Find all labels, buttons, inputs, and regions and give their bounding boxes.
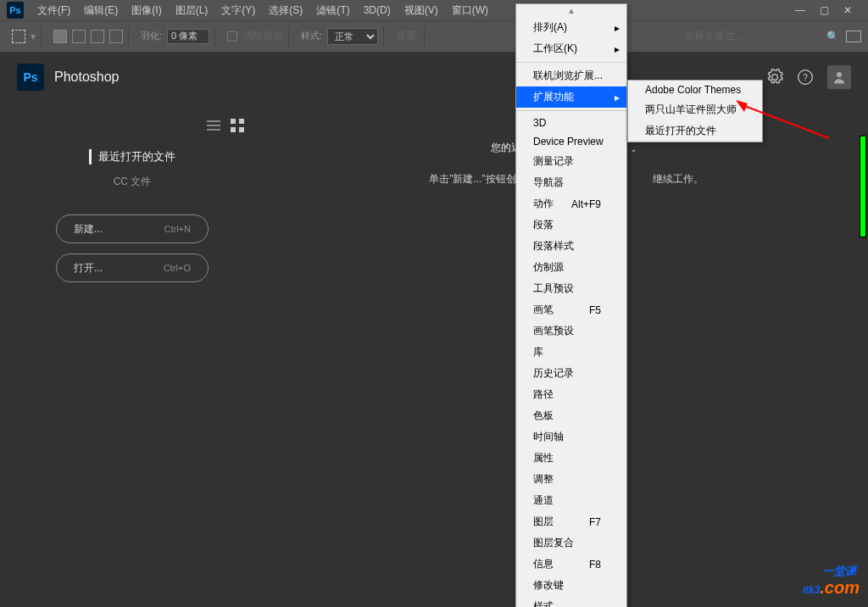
window-menu-dropdown: ▲ 排列(A) 工作区(K) 联机浏览扩展... 扩展功能 3D Device … [515,3,627,607]
open-button[interactable]: 打开... Ctrl+O [56,253,209,282]
ext-goat-id[interactable]: 两只山羊证件照大师 [628,99,762,120]
menu-window[interactable]: 窗口(W) [445,0,495,21]
account-icon[interactable] [827,65,851,89]
menu-view[interactable]: 视图(V) [398,0,445,21]
open-shortcut: Ctrl+O [164,263,191,273]
subtract-selection-icon[interactable] [91,30,104,43]
app-title: Photoshop [54,70,120,85]
width-label: 宽度: [396,29,419,43]
menu-tool-presets[interactable]: 工具预设 [516,278,626,299]
menu-timeline[interactable]: 时间轴 [516,426,626,448]
menu-layer[interactable]: 图层(L) [169,0,215,21]
antialias-label: 消除锯齿 [242,29,283,43]
menu-brush[interactable]: 画笔F5 [516,299,626,320]
menu-edit[interactable]: 编辑(E) [77,0,125,21]
add-selection-icon[interactable] [72,30,86,43]
recent-files-label[interactable]: 最近打开的文件 [89,149,175,164]
list-view-icon[interactable] [207,119,220,132]
extensions-submenu: Adobe Color Themes 两只山羊证件照大师 最近打开的文件 [627,80,763,142]
menu-arrange[interactable]: 排列(A) [516,17,626,38]
new-button-label: 新建... [74,222,103,237]
ps-logo-icon: Ps [7,2,24,19]
ext-adobe-color[interactable]: Adobe Color Themes [628,81,762,99]
menu-swatches[interactable]: 色板 [516,405,626,426]
search-icon[interactable]: 🔍 [826,31,839,42]
menu-layer-comps[interactable]: 图层复合 [516,532,626,554]
menu-browse-ext[interactable]: 联机浏览扩展... [516,65,626,86]
selection-mode-group [48,26,129,47]
svg-rect-4 [207,125,220,126]
feather-input[interactable] [167,29,209,44]
menu-paragraph[interactable]: 段落 [516,214,626,236]
menu-file[interactable]: 文件(F) [31,0,77,21]
menu-navigator[interactable]: 导航器 [516,172,626,193]
style-select[interactable]: 正常 [327,28,378,45]
select-mask-label: 选择并遮住... [684,29,743,43]
menu-channels[interactable]: 通道 [516,490,626,511]
menu-type[interactable]: 文字(Y) [214,0,262,21]
menu-libraries[interactable]: 库 [516,342,626,363]
menu-styles[interactable]: 样式 [516,596,626,607]
svg-rect-3 [207,120,220,122]
menu-modifier[interactable]: 修改键 [516,575,626,596]
workspace-icon[interactable] [846,31,861,42]
new-button[interactable]: 新建... Ctrl+N [56,214,209,243]
style-label: 样式: [301,30,322,42]
menu-clone[interactable]: 仿制源 [516,257,626,278]
audio-meter [860,136,866,237]
menu-layers[interactable]: 图层F7 [516,511,626,532]
watermark: itk3.com 一堂课 [803,569,860,600]
antialias-checkbox [227,31,237,42]
new-shortcut: Ctrl+N [164,224,191,234]
home-sidebar: 最近打开的文件 CC 文件 新建... Ctrl+N 打开... Ctrl+O [0,102,264,607]
new-selection-icon[interactable] [53,30,67,43]
help-icon[interactable]: ? [797,69,814,86]
svg-rect-6 [231,119,236,124]
gear-icon[interactable] [766,69,783,86]
close-icon[interactable]: ✕ [841,3,854,17]
ext-recent[interactable]: 最近打开的文件 [628,120,762,142]
menu-filter[interactable]: 滤镜(T) [309,0,356,21]
home-body: 最近打开的文件 CC 文件 新建... Ctrl+N 打开... Ctrl+O … [0,102,868,607]
svg-text:?: ? [803,73,808,82]
minimize-icon[interactable]: — [793,3,807,17]
menu-brush-presets[interactable]: 画笔预设 [516,320,626,342]
svg-rect-7 [239,119,244,124]
menu-workspace[interactable]: 工作区(K) [516,38,626,59]
marquee-tool-icon[interactable] [12,30,25,43]
svg-rect-9 [239,127,244,132]
menu-extensions[interactable]: 扩展功能 [516,86,626,108]
menu-paths[interactable]: 路径 [516,384,626,405]
menu-3d-panel[interactable]: 3D [516,114,626,132]
menu-select[interactable]: 选择(S) [262,0,309,21]
scroll-up-icon[interactable]: ▲ [516,4,626,17]
menu-properties[interactable]: 属性 [516,448,626,469]
menubar: Ps 文件(F) 编辑(E) 图像(I) 图层(L) 文字(Y) 选择(S) 滤… [0,0,868,20]
menu-measure[interactable]: 测量记录 [516,151,626,172]
feather-label: 羽化: [141,30,162,42]
menu-device-preview[interactable]: Device Preview [516,132,626,151]
cc-files-label[interactable]: CC 文件 [114,175,152,189]
menu-adjustments[interactable]: 调整 [516,469,626,490]
window-controls: — ▢ ✕ [787,3,861,17]
maximize-icon[interactable]: ▢ [817,3,831,17]
menu-para-styles[interactable]: 段落样式 [516,236,626,257]
menu-3d[interactable]: 3D(D) [357,1,398,19]
options-toolbar: ▾ 羽化: 消除锯齿 样式: 正常 宽度: 选择并遮住... 🔍 [0,20,868,51]
grid-view-icon[interactable] [231,119,244,132]
open-button-label: 打开... [74,261,103,276]
svg-rect-8 [231,127,236,132]
menu-info[interactable]: 信息F8 [516,554,626,575]
menu-actions[interactable]: 动作Alt+F9 [516,193,626,214]
intersect-selection-icon[interactable] [109,30,123,43]
menu-image[interactable]: 图像(I) [125,0,168,21]
menu-history[interactable]: 历史记录 [516,363,626,384]
svg-rect-5 [207,129,220,131]
svg-point-2 [837,72,842,77]
ps-home-logo-icon: Ps [17,64,44,91]
